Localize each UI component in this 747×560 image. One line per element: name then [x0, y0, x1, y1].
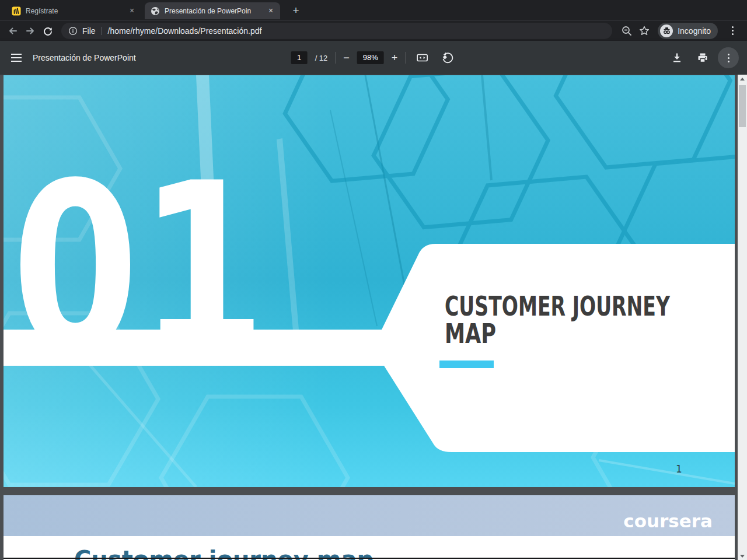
pdf-toolbar: Presentación de PowerPoint 1 / 12 − 98% … [0, 41, 747, 75]
tab-title: Regístrate [26, 7, 127, 15]
pdf-more-options-button[interactable] [718, 47, 739, 68]
pdf-page-2: coursera Customer journey map [4, 495, 735, 560]
page2-header-band: coursera [4, 495, 735, 536]
page2-rule [4, 558, 735, 559]
url-text: /home/rhyme/Downloads/Presentación.pdf [108, 26, 262, 36]
scrollbar-thumb[interactable] [739, 85, 746, 127]
pdf-page-1: 01 CUSTOMER JOURNEY MAP 1 [4, 75, 735, 487]
zoom-out-icon [621, 25, 633, 37]
pdf-viewport: 01 CUSTOMER JOURNEY MAP 1 coursera Custo… [0, 75, 747, 560]
tab-registrate[interactable]: Regístrate × [6, 2, 141, 19]
address-bar[interactable]: File /home/rhyme/Downloads/Presentación.… [61, 23, 612, 39]
close-icon[interactable]: × [266, 6, 275, 16]
fit-width-icon [416, 51, 428, 64]
print-button[interactable] [692, 47, 713, 68]
url-scheme-label: File [82, 26, 96, 36]
reload-icon [42, 25, 54, 37]
slide-title-line2: MAP [445, 317, 496, 349]
download-icon [671, 52, 683, 64]
toolbar-divider [405, 52, 406, 64]
incognito-badge: Incognito [658, 23, 718, 39]
forward-icon [25, 25, 36, 37]
zoom-chip-button[interactable] [618, 22, 636, 40]
scroll-up-button[interactable] [738, 75, 747, 83]
zoom-out-button[interactable]: − [343, 52, 350, 63]
fit-page-button[interactable] [413, 49, 431, 66]
globe-icon [151, 6, 160, 16]
zoom-level-value[interactable]: 98% [357, 51, 384, 64]
close-icon[interactable]: × [127, 6, 137, 16]
vertical-scrollbar[interactable] [738, 75, 747, 560]
miro-icon [12, 6, 21, 16]
scroll-down-button[interactable] [738, 552, 747, 560]
forward-button[interactable] [22, 22, 39, 40]
info-icon[interactable] [68, 26, 78, 36]
tab-presentacion[interactable]: Presentación de PowerPoin × [145, 2, 280, 19]
pdf-menu-button[interactable] [0, 54, 33, 62]
incognito-label: Incognito [678, 26, 711, 36]
print-icon [697, 52, 708, 64]
back-button[interactable] [4, 22, 22, 40]
back-icon [7, 25, 19, 37]
tab-strip: Regístrate × Presentación de PowerPoin ×… [0, 0, 747, 20]
zoom-in-button[interactable]: + [392, 52, 398, 63]
browser-toolbar: File /home/rhyme/Downloads/Presentación.… [0, 20, 747, 41]
page-count-label: / 12 [315, 54, 328, 62]
bookmark-star-icon [638, 25, 650, 37]
bookmark-button[interactable] [636, 22, 653, 40]
rotate-icon [441, 51, 453, 64]
triangle-up-icon [740, 78, 745, 80]
incognito-icon [660, 24, 673, 37]
rotate-button[interactable] [438, 49, 456, 66]
url-divider [102, 27, 102, 35]
browser-menu-button[interactable] [724, 22, 741, 40]
page-number-input[interactable]: 1 [291, 51, 308, 64]
slide-artwork: 01 CUSTOMER JOURNEY MAP 1 [4, 75, 735, 487]
toolbar-divider [335, 52, 336, 64]
accent-bar [439, 360, 494, 368]
coursera-logo: coursera [623, 512, 713, 530]
slide-page-number: 1 [676, 463, 682, 475]
download-button[interactable] [666, 47, 687, 68]
reload-button[interactable] [39, 22, 57, 40]
pdf-doc-title: Presentación de PowerPoint [33, 53, 136, 62]
tab-title: Presentación de PowerPoin [165, 7, 266, 15]
triangle-down-icon [740, 555, 745, 558]
new-tab-button[interactable]: + [288, 4, 303, 19]
